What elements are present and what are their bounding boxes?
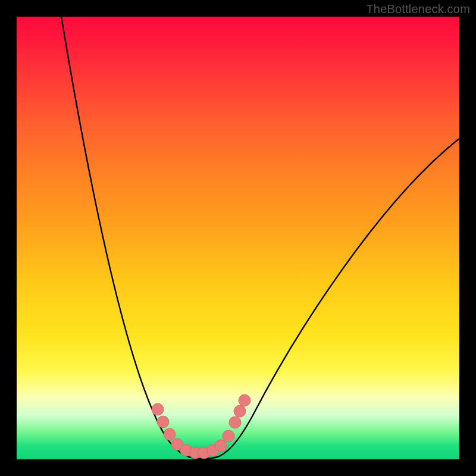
watermark-text: TheBottleneck.com bbox=[366, 2, 470, 16]
gradient-background bbox=[17, 17, 459, 459]
plot-area bbox=[17, 17, 459, 459]
outer-frame: TheBottleneck.com bbox=[0, 0, 476, 476]
